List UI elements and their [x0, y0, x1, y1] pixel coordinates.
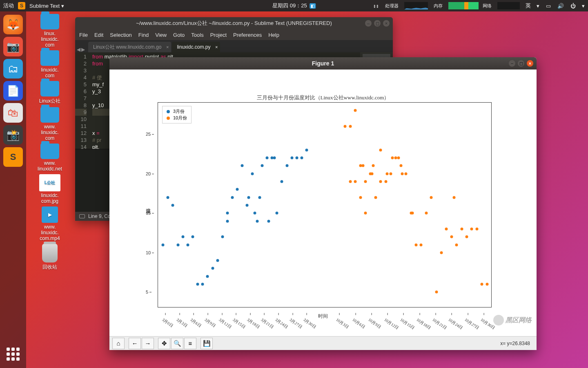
clock[interactable]: 星期四 09：25: [272, 2, 307, 9]
data-marker: [273, 157, 276, 159]
data-marker: [258, 196, 261, 199]
data-marker: [361, 164, 364, 167]
figure-titlebar[interactable]: Figure 1 – ◻ ×: [109, 57, 537, 70]
desktop-item[interactable]: www. linuxidc.net: [29, 144, 70, 172]
desktop-item-label: linuxidc. com: [41, 67, 58, 79]
panel-switcher-icon[interactable]: [79, 214, 85, 218]
data-marker: [236, 188, 239, 191]
data-marker: [201, 283, 204, 286]
data-marker: [435, 291, 438, 294]
desktop-item[interactable]: L公社linuxidc. com.jpg: [29, 174, 70, 204]
menu-goto[interactable]: Goto: [173, 32, 185, 38]
menu-edit[interactable]: Edit: [94, 32, 103, 38]
menu-preferences[interactable]: Preferences: [233, 32, 262, 38]
data-marker: [246, 204, 249, 207]
data-marker: [247, 196, 250, 199]
data-marker: [391, 157, 394, 159]
desktop-item[interactable]: 回收站: [29, 244, 70, 271]
minimize-icon[interactable]: –: [365, 20, 372, 27]
subplots-icon[interactable]: ≡: [184, 338, 196, 349]
desktop-item[interactable]: www. linuxidc. com: [29, 107, 70, 141]
data-marker: [475, 227, 478, 230]
firefox-icon[interactable]: 🦊: [3, 15, 23, 34]
data-marker: [211, 267, 214, 270]
pan-icon[interactable]: ✥: [158, 338, 170, 349]
camera-icon[interactable]: 📸: [3, 125, 23, 145]
data-marker: [196, 283, 199, 286]
mem-label: 内存: [434, 3, 443, 9]
ime-dropdown-icon[interactable]: ▾: [537, 3, 539, 9]
tab-prev-icon[interactable]: ◀: [77, 47, 80, 52]
minimize-icon[interactable]: –: [509, 60, 515, 67]
figure-window: Figure 1 – ◻ × 三月份与十月份温度对比（Linux公社www.li…: [109, 57, 537, 350]
editor-tab[interactable]: Linux公社 www.linuxidc.com.go×: [88, 42, 171, 52]
data-marker: [349, 180, 352, 183]
data-marker: [285, 164, 288, 167]
menu-find[interactable]: Find: [138, 32, 149, 38]
sublime-titlebar[interactable]: ~/www.linuxidc.com/Linux公社 ~/linuxidc.co…: [75, 17, 393, 29]
activities-button[interactable]: 活动: [3, 2, 14, 9]
desktop-item-label: linux. linuxidc. com: [41, 31, 58, 48]
data-marker: [374, 196, 377, 199]
data-marker: [295, 157, 298, 159]
folder-icon: [40, 81, 59, 96]
video-file-icon: ▶: [42, 206, 58, 223]
close-icon[interactable]: ×: [527, 60, 533, 67]
close-icon[interactable]: ×: [383, 20, 390, 27]
data-marker: [191, 236, 194, 238]
data-marker: [379, 180, 382, 183]
maximize-icon[interactable]: ◻: [518, 60, 524, 67]
menu-tools[interactable]: Tools: [191, 32, 203, 38]
zoom-icon[interactable]: 🔍: [171, 338, 183, 349]
data-marker: [430, 196, 433, 199]
software-icon[interactable]: 🛍: [3, 103, 23, 123]
desktop-item[interactable]: Linux公社: [29, 81, 70, 105]
legend-label: 3月份: [173, 108, 185, 114]
y-tick: 10: [146, 250, 151, 255]
figure-canvas[interactable]: 三月份与十月份温度对比（Linux公社www.linuxidc.com） 温度 …: [109, 70, 537, 336]
notification-icon[interactable]: ◧: [310, 3, 316, 9]
desktop-item[interactable]: ▶www. linuxidc. com.mp4: [29, 206, 70, 241]
data-marker: [481, 283, 483, 286]
menu-help[interactable]: Help: [268, 32, 279, 38]
screenshot-icon[interactable]: 📷: [3, 37, 23, 56]
system-dropdown-icon[interactable]: ▾: [582, 3, 585, 9]
maximize-icon[interactable]: ◻: [374, 20, 381, 27]
menu-view[interactable]: View: [155, 32, 167, 38]
data-marker: [301, 157, 303, 159]
chart-indicator-icon[interactable]: ⫾⫾: [373, 2, 379, 9]
files-icon[interactable]: 🗂: [3, 59, 23, 79]
tab-next-icon[interactable]: ▶: [81, 47, 85, 52]
forward-icon[interactable]: →: [142, 338, 154, 349]
volume-icon[interactable]: 🔊: [557, 2, 564, 9]
document-icon[interactable]: 📄: [3, 81, 23, 101]
tab-close-icon[interactable]: ×: [166, 45, 169, 49]
desktop-icons: linux. linuxidc. comlinuxidc. comLinux公社…: [29, 14, 70, 271]
data-marker: [452, 196, 455, 199]
menu-project[interactable]: Project: [210, 32, 227, 38]
menu-file[interactable]: File: [79, 32, 88, 38]
mem-meter[interactable]: [448, 2, 477, 9]
app-menu[interactable]: Sublime Text ▾: [29, 3, 64, 9]
power-icon[interactable]: ⏻: [570, 2, 576, 9]
back-icon[interactable]: ←: [129, 338, 141, 349]
cpu-meter[interactable]: [404, 2, 428, 9]
desktop-item[interactable]: linux. linuxidc. com: [29, 14, 70, 48]
home-icon[interactable]: ⌂: [112, 338, 125, 349]
data-marker: [450, 236, 453, 238]
net-meter[interactable]: [497, 2, 520, 9]
data-marker: [167, 196, 169, 199]
sublime-icon[interactable]: S: [3, 147, 23, 167]
save-icon[interactable]: 💾: [200, 338, 213, 349]
tab-close-icon[interactable]: ×: [215, 45, 218, 49]
tab-label: linuxidc.com.py: [177, 44, 210, 50]
data-marker: [470, 227, 473, 230]
desktop-item-label: 回收站: [42, 264, 57, 271]
desktop-item[interactable]: linuxidc. com: [29, 50, 70, 79]
show-apps-icon[interactable]: [5, 346, 21, 362]
menu-selection[interactable]: Selection: [110, 32, 131, 38]
network-icon[interactable]: ▭: [545, 2, 552, 9]
ime-indicator[interactable]: 英: [526, 2, 531, 9]
legend-marker-icon: [167, 110, 170, 113]
editor-tab[interactable]: linuxidc.com.py×: [172, 42, 220, 52]
